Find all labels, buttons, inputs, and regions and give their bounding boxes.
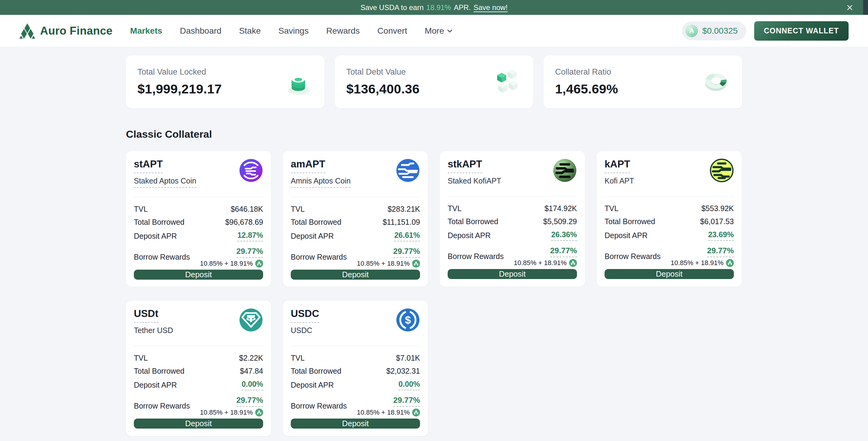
token-symbol[interactable]: kAPT	[604, 158, 630, 173]
market-card-usdt: USDt Tether USD TVL $2.22K	[126, 301, 271, 436]
nav-right: $0.00325 CONNECT WALLET	[682, 21, 848, 41]
stats-row: Total Value Locked $1,999,219.17 Total D…	[126, 56, 742, 108]
chevron-down-icon	[447, 29, 453, 33]
token-name[interactable]: Amnis Aptos Coin	[291, 176, 350, 188]
borrow-rewards-value[interactable]: 29.77%	[707, 246, 734, 257]
tvl-row: TVL $553.92K	[604, 204, 734, 213]
token-symbol[interactable]: USDt	[134, 308, 158, 323]
total-borrowed-value: $5,509.29	[543, 217, 577, 226]
total-borrowed-row: Total Borrowed $47.84	[134, 367, 263, 375]
borrow-rewards-value[interactable]: 29.77%	[550, 246, 577, 257]
token-name: USDC	[291, 326, 312, 337]
token-name: Tether USD	[134, 326, 173, 337]
rewards-breakdown: 10.85% + 18.91%	[200, 409, 253, 416]
tvl-row: TVL $646.18K	[134, 205, 263, 213]
deposit-button[interactable]: Deposit	[291, 418, 420, 429]
deposit-apr-value[interactable]: 0.00%	[242, 380, 263, 391]
total-borrowed-row: Total Borrowed $96,678.69	[134, 218, 263, 227]
nav-item-stake[interactable]: Stake	[239, 26, 261, 36]
main-menu: Markets Dashboard Stake Savings Rewards …	[130, 26, 453, 36]
tvl-value: $646.18K	[231, 205, 263, 213]
nav-item-rewards[interactable]: Rewards	[326, 26, 360, 36]
token-symbol[interactable]: USDC	[291, 308, 319, 323]
auro-badge-icon	[726, 259, 734, 267]
usdt-token-icon	[239, 308, 263, 332]
token-symbol[interactable]: stAPT	[134, 158, 163, 173]
deposit-apr-row: Deposit APR 26.36%	[448, 230, 577, 241]
stkapt-token-icon	[553, 158, 577, 182]
stat-card-collateral-ratio: Collateral Ratio 1,465.69%	[544, 56, 742, 108]
stat-label: Total Value Locked	[137, 67, 222, 77]
borrow-rewards-row: Borrow Rewards 29.77% 10.85% + 18.91%	[134, 246, 263, 268]
kapt-token-icon	[710, 158, 734, 182]
deposit-apr-value[interactable]: 26.61%	[394, 231, 420, 241]
stat-card-debt: Total Debt Value $136,400.36	[335, 56, 533, 108]
banner-text-suffix: APR.	[454, 3, 471, 12]
cubes-icon	[493, 67, 522, 97]
market-card-usdc: USDC USDC $ TVL $7.01K Total Bo	[283, 301, 428, 436]
total-borrowed-row: Total Borrowed $11,151.09	[291, 218, 420, 227]
total-borrowed-row: Total Borrowed $5,509.29	[448, 217, 577, 226]
nav-item-dashboard[interactable]: Dashboard	[180, 26, 222, 36]
deposit-button[interactable]: Deposit	[291, 270, 420, 280]
deposit-apr-value[interactable]: 23.69%	[708, 230, 734, 241]
deposit-apr-value[interactable]: 0.00%	[399, 380, 420, 391]
token-name: Kofi APT	[604, 176, 634, 187]
token-symbol[interactable]: amAPT	[291, 158, 326, 173]
brand-logo[interactable]: Auro Finance	[20, 23, 113, 39]
total-borrowed-value: $11,151.09	[383, 218, 420, 227]
rewards-breakdown: 10.85% + 18.91%	[357, 409, 410, 416]
stat-label: Total Debt Value	[346, 67, 420, 77]
total-borrowed-value: $6,017.53	[700, 217, 734, 226]
deposit-apr-value[interactable]: 12.87%	[237, 231, 263, 241]
stat-card-tvl: Total Value Locked $1,999,219.17	[126, 56, 324, 108]
total-borrowed-value: $2,032.31	[386, 367, 420, 375]
total-borrowed-row: Total Borrowed $2,032.31	[291, 367, 420, 375]
stapt-token-icon	[239, 158, 263, 182]
auro-badge-icon	[412, 260, 420, 268]
total-borrowed-value: $47.84	[240, 367, 263, 375]
deposit-button[interactable]: Deposit	[134, 270, 263, 280]
tvl-value: $174.92K	[545, 204, 577, 213]
deposit-button[interactable]: Deposit	[134, 418, 263, 429]
stat-label: Collateral Ratio	[555, 67, 618, 77]
tvl-row: TVL $7.01K	[291, 354, 420, 363]
token-name: Staked KofiAPT	[448, 176, 501, 187]
market-cards-grid: stAPT Staked Aptos Coin	[126, 151, 742, 441]
deposit-apr-row: Deposit APR 26.61%	[291, 231, 420, 241]
save-now-link[interactable]: Save now!	[473, 3, 507, 12]
token-name[interactable]: Staked Aptos Coin	[134, 176, 196, 188]
nav-item-more[interactable]: More	[425, 26, 453, 36]
auro-badge-icon	[255, 260, 263, 268]
navbar: Auro Finance Markets Dashboard Stake Sav…	[0, 15, 868, 47]
borrow-rewards-value[interactable]: 29.77%	[237, 396, 263, 407]
deposit-button[interactable]: Deposit	[448, 269, 577, 279]
deposit-apr-row: Deposit APR 0.00%	[291, 380, 420, 391]
wallet-balance-pill[interactable]: $0.00325	[682, 22, 746, 40]
promo-banner: Save USDA to earn 18.91% APR. Save now!	[0, 0, 868, 15]
close-icon[interactable]	[846, 4, 854, 11]
market-card-stapt: stAPT Staked Aptos Coin	[126, 151, 271, 286]
deposit-button[interactable]: Deposit	[604, 269, 734, 279]
nav-item-markets[interactable]: Markets	[130, 26, 162, 36]
token-symbol[interactable]: stkAPT	[448, 158, 482, 173]
total-borrowed-row: Total Borrowed $6,017.53	[604, 217, 734, 226]
market-card-kapt: kAPT Kofi APT TVL $553.92K	[597, 151, 742, 286]
rewards-breakdown: 10.85% + 18.91%	[200, 260, 253, 268]
banner-text: Save USDA to earn	[361, 3, 424, 12]
usdc-token-icon: $	[396, 308, 420, 332]
nav-item-savings[interactable]: Savings	[278, 26, 309, 36]
scrollbar-thumb[interactable]	[863, 0, 868, 15]
borrow-rewards-value[interactable]: 29.77%	[393, 246, 420, 258]
borrow-rewards-value[interactable]: 29.77%	[237, 246, 263, 258]
borrow-rewards-value[interactable]: 29.77%	[393, 396, 420, 407]
rewards-breakdown: 10.85% + 18.91%	[671, 259, 723, 267]
deposit-apr-value[interactable]: 26.36%	[551, 230, 577, 241]
auro-coin-icon	[685, 25, 698, 37]
connect-wallet-button[interactable]: CONNECT WALLET	[754, 21, 848, 41]
nav-item-convert[interactable]: Convert	[377, 26, 407, 36]
borrow-rewards-row: Borrow Rewards 29.77% 10.85% + 18.91%	[291, 246, 420, 268]
total-borrowed-value: $96,678.69	[225, 218, 263, 227]
auro-badge-icon	[412, 409, 420, 416]
amapt-token-icon	[396, 158, 420, 182]
